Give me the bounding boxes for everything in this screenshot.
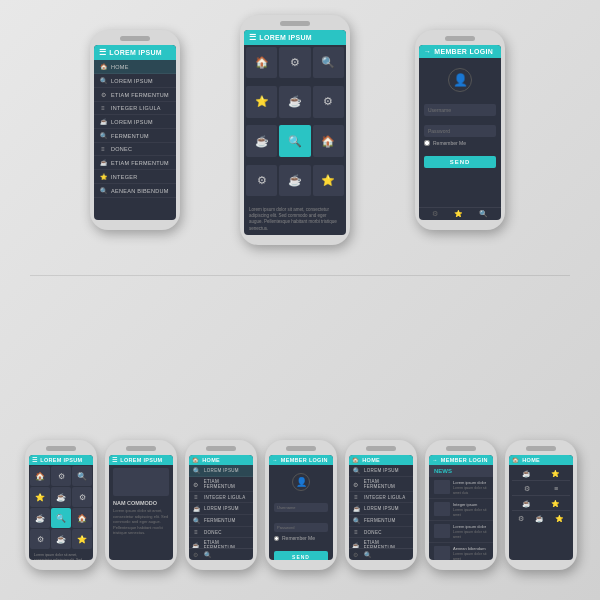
footer-search-icon[interactable]: 🔍: [479, 210, 488, 218]
sp4-username[interactable]: [274, 503, 328, 512]
h-hamburger-icon: ☰: [32, 457, 37, 463]
menu-item-8[interactable]: ⭐ INTEGER: [94, 170, 176, 184]
sh-6: → MEMBER LOGIN: [429, 455, 493, 465]
grid-coffee[interactable]: ☕: [279, 86, 310, 117]
sm3-footer-gear[interactable]: ⚙: [193, 551, 198, 558]
screen-small-menu: 🏠 HOME 🔍 LOREM IPSUM ⚙ ETIAM FERMENTUM ≡…: [189, 455, 253, 560]
grid-search[interactable]: 🔍: [313, 47, 344, 78]
sm3-item-0[interactable]: 🔍 LOREM IPSUM: [189, 465, 253, 477]
menu-item-9[interactable]: 🔍 AENEAN BIBENDUM: [94, 184, 176, 198]
menu-item-1[interactable]: 🔍 LOREM IPSUM: [94, 74, 176, 88]
sp7-list-icon[interactable]: ≡: [554, 485, 558, 493]
sh-4: → MEMBER LOGIN: [269, 455, 333, 465]
sg-gear[interactable]: ⚙: [51, 466, 71, 486]
sm5-g-icon: ⚙: [352, 481, 360, 488]
menu-item-5[interactable]: 🔍 FERMENTUM: [94, 129, 176, 143]
sm3-footer: ⚙ 🔍: [189, 548, 253, 560]
sm5-item-5[interactable]: ≡ DONEC: [349, 527, 413, 538]
news-item-body-0: Lorem ipsum dolor sit amet duis: [453, 486, 488, 495]
sp7-gear-icon[interactable]: ⚙: [524, 485, 530, 493]
grid-home[interactable]: 🏠: [246, 47, 277, 78]
h-title-6: MEMBER LOGIN: [441, 457, 488, 463]
content-title: NAM COMMODO: [113, 500, 169, 506]
sg-home2[interactable]: 🏠: [72, 508, 92, 528]
sm3-item-6[interactable]: ☕ ETIAM FERMENTUM: [189, 538, 253, 548]
sp4-send-btn[interactable]: SEND: [274, 551, 328, 560]
menu-item-7[interactable]: ☕ ETIAM FERMENTUM: [94, 156, 176, 170]
grid-gear[interactable]: ⚙: [279, 47, 310, 78]
sp7-gear2-icon[interactable]: ⚙: [518, 515, 524, 523]
sm3-item-1[interactable]: ⚙ ETIAM FERMENTUM: [189, 477, 253, 492]
sm3-item-3[interactable]: ☕ LOREM IPSUM: [189, 503, 253, 515]
sm5-l-4: FERMENTUM: [364, 518, 395, 523]
screen-small-grid1: ☰ LOREM IPSUM 🏠 ⚙ 🔍 ⭐ ☕ ⚙ ☕ 🔍 🏠 ⚙ ☕ ⭐ Lo…: [29, 455, 93, 560]
sm5-item-0[interactable]: 🔍 LOREM IPSUM: [349, 465, 413, 477]
sm3-item-5[interactable]: ≡ DONEC: [189, 527, 253, 538]
username-field[interactable]: [424, 104, 496, 116]
sg-star[interactable]: ⭐: [30, 487, 50, 507]
sg-gear3[interactable]: ⚙: [30, 529, 50, 549]
sm5-item-6[interactable]: ☕ ETIAM FERMENTUM: [349, 538, 413, 548]
sm5-item-3[interactable]: ☕ LOREM IPSUM: [349, 503, 413, 515]
sg-coffee3[interactable]: ☕: [51, 529, 71, 549]
sm5-li-icon: ≡: [352, 494, 360, 500]
content-body: NAM COMMODO Lorem ipsum dolor sit amet, …: [109, 498, 173, 538]
screen-small-login: → MEMBER LOGIN 👤 Remember Me SEND ⚙ ⭐ 🔍: [269, 455, 333, 560]
grid-star2[interactable]: ⭐: [313, 165, 344, 196]
sm5-item-4[interactable]: 🔍 FERMENTUM: [349, 515, 413, 527]
list-icon: ≡: [99, 105, 107, 111]
sm5-item-1[interactable]: ⚙ ETIAM FERMENTUM: [349, 477, 413, 492]
phone-left-big: ☰ LOREM IPSUM 🏠 HOME 🔍 LOREM IPSUM ⚙ ETI…: [90, 30, 180, 230]
hamburger-icon[interactable]: ☰: [99, 48, 106, 57]
sg-coffee[interactable]: ☕: [51, 487, 71, 507]
content-text: Lorem ipsum dolor sit amet, consectetur …: [113, 508, 169, 536]
sp7-star-icon[interactable]: ⭐: [551, 470, 560, 478]
news-item-body-3: Lorem ipsum dolor sit amet: [453, 552, 488, 560]
hamburger2-icon[interactable]: ☰: [249, 33, 256, 42]
grid-home2[interactable]: 🏠: [313, 125, 344, 156]
sg-star2[interactable]: ⭐: [72, 529, 92, 549]
footer-star-icon[interactable]: ⭐: [454, 210, 463, 218]
sp7-coffee-icon[interactable]: ☕: [522, 470, 531, 478]
menu-item-6[interactable]: ≡ DONEC: [94, 143, 176, 156]
sg-search[interactable]: 🔍: [72, 466, 92, 486]
search-icon: 🔍: [99, 77, 107, 84]
sp7-coffee2-icon[interactable]: ☕: [522, 500, 531, 508]
grid-star[interactable]: ⭐: [246, 86, 277, 117]
search2-icon: 🔍: [99, 132, 107, 139]
sp7-star2-icon[interactable]: ⭐: [551, 500, 560, 508]
sg-home[interactable]: 🏠: [30, 466, 50, 486]
news-thumb-3: [434, 546, 450, 560]
sg-coffee2[interactable]: ☕: [30, 508, 50, 528]
send-button[interactable]: SEND: [424, 156, 496, 168]
sm3-footer-search[interactable]: 🔍: [204, 551, 211, 558]
sm3-item-4[interactable]: 🔍 FERMENTUM: [189, 515, 253, 527]
sp4-checkbox[interactable]: [274, 536, 279, 541]
menu-item-3[interactable]: ≡ INTEGER LIGULA: [94, 102, 176, 115]
menu-item-2[interactable]: ⚙ ETIAM FERMENTUM: [94, 88, 176, 102]
menu-label-1: LOREM IPSUM: [111, 78, 153, 84]
footer-gear-icon[interactable]: ⚙: [432, 210, 438, 218]
grid-search-accent[interactable]: 🔍: [279, 125, 310, 156]
sh-5: 🏠 HOME: [349, 455, 413, 465]
grid-coffee3[interactable]: ☕: [279, 165, 310, 196]
sp7-icon-list: ☕ ⭐ ⚙ ≡ ☕ ⭐ ⚙ ☕ ⭐: [509, 465, 573, 560]
password-field[interactable]: [424, 125, 496, 137]
sg-search-accent[interactable]: 🔍: [51, 508, 71, 528]
sm3-item-2[interactable]: ≡ INTEGER LIGULA: [189, 492, 253, 503]
sp7-coffee3-icon[interactable]: ☕: [535, 515, 544, 523]
sm3-search2-icon: 🔍: [192, 517, 200, 524]
remember-checkbox[interactable]: [424, 140, 430, 146]
sm5-footer-s[interactable]: 🔍: [364, 551, 371, 558]
sp4-password[interactable]: [274, 523, 328, 532]
sh-3: 🏠 HOME: [189, 455, 253, 465]
grid-gear3[interactable]: ⚙: [246, 165, 277, 196]
menu-item-home[interactable]: 🏠 HOME: [94, 60, 176, 74]
sp7-star3-icon[interactable]: ⭐: [555, 515, 564, 523]
menu-item-4[interactable]: ☕ LOREM IPSUM: [94, 115, 176, 129]
grid-coffee2[interactable]: ☕: [246, 125, 277, 156]
grid-gear2[interactable]: ⚙: [313, 86, 344, 117]
sm5-item-2[interactable]: ≡ INTEGER LIGULA: [349, 492, 413, 503]
sg-gear2[interactable]: ⚙: [72, 487, 92, 507]
sm5-footer-g[interactable]: ⚙: [353, 551, 358, 558]
